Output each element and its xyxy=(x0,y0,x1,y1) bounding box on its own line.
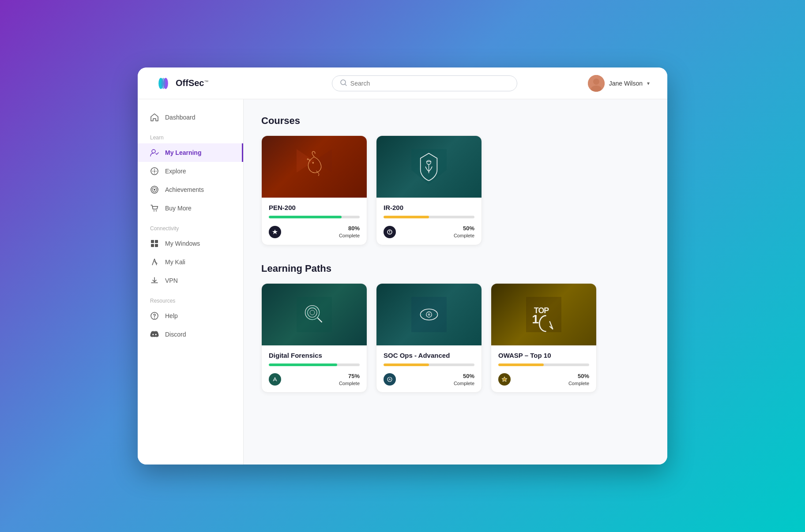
svg-rect-17 xyxy=(155,240,158,243)
course-card-ir200[interactable]: IR-200 50% Complete xyxy=(376,135,482,245)
sidebar-item-buy-more[interactable]: Buy More xyxy=(138,199,243,217)
sidebar-item-explore[interactable]: Explore xyxy=(138,162,243,180)
progress-fill-ir200 xyxy=(384,216,429,218)
cart-icon xyxy=(150,204,159,213)
chevron-down-icon: ▾ xyxy=(647,80,650,86)
sidebar-item-my-kali[interactable]: My Kali xyxy=(138,253,243,271)
learning-path-body-owasp: OWASP – Top 10 50% Complete xyxy=(491,345,596,393)
sidebar-item-my-windows[interactable]: My Windows xyxy=(138,234,243,253)
course-thumbnail-ir200 xyxy=(376,136,481,198)
progress-bar-wrap-ir200 xyxy=(384,216,474,218)
discord-icon xyxy=(150,330,159,339)
card-footer-pen200: 80% Complete xyxy=(269,225,360,240)
learning-path-title-soc: SOC Ops - Advanced xyxy=(384,352,474,359)
sidebar-item-dashboard[interactable]: Dashboard xyxy=(138,108,243,127)
home-icon xyxy=(150,113,159,122)
user-name-label: Jane Wilson xyxy=(609,80,643,87)
courses-section-title: Courses xyxy=(261,115,650,127)
learning-path-badge-soc xyxy=(384,373,396,386)
progress-fill-pen200 xyxy=(269,216,342,218)
windows-icon xyxy=(150,239,159,248)
search-input[interactable] xyxy=(350,80,509,87)
logo-text: OffSec™ xyxy=(176,78,208,88)
learning-path-body-soc: SOC Ops - Advanced 50% Complete xyxy=(376,345,481,393)
learning-path-card-soc[interactable]: SOC Ops - Advanced 50% Complete xyxy=(376,283,482,393)
course-badge-pen200 xyxy=(269,226,281,238)
learning-paths-grid: Digital Forensics 75% Complete xyxy=(261,283,650,393)
learning-path-thumbnail-owasp: TOP 1 xyxy=(491,284,596,345)
progress-label-soc: 50% Complete xyxy=(454,372,474,387)
svg-point-46 xyxy=(389,378,391,380)
svg-rect-16 xyxy=(151,240,154,243)
progress-fill-owasp xyxy=(498,363,544,366)
download-icon xyxy=(150,276,159,285)
svg-point-15 xyxy=(156,210,157,211)
sidebar-section-connectivity: Connectivity xyxy=(138,217,243,234)
svg-point-13 xyxy=(154,189,155,191)
learning-path-title-owasp: OWASP – Top 10 xyxy=(498,352,589,359)
svg-point-24 xyxy=(312,162,314,164)
user-menu[interactable]: Jane Wilson ▾ xyxy=(588,75,650,92)
sidebar-item-explore-label: Explore xyxy=(165,168,186,175)
header: OffSec™ J xyxy=(138,67,667,99)
course-card-body-pen200: PEN-200 80% Complete xyxy=(262,198,367,245)
sidebar-item-achievements-label: Achievements xyxy=(165,186,204,193)
svg-marker-22 xyxy=(297,149,314,172)
svg-point-42 xyxy=(428,313,430,315)
svg-point-6 xyxy=(593,79,599,85)
search-box[interactable] xyxy=(332,75,517,91)
search-icon xyxy=(340,79,347,87)
card-footer-soc: 50% Complete xyxy=(384,372,474,387)
sidebar-item-my-learning-label: My Learning xyxy=(165,149,201,156)
courses-grid: PEN-200 80% Complete xyxy=(261,135,650,245)
sidebar-item-dashboard-label: Dashboard xyxy=(165,114,196,121)
svg-point-14 xyxy=(154,210,154,211)
progress-label-owasp: 50% Complete xyxy=(568,372,589,387)
sidebar-item-my-windows-label: My Windows xyxy=(165,240,200,247)
main-content: Courses xyxy=(244,99,667,465)
sidebar-item-buy-more-label: Buy More xyxy=(165,205,192,212)
learning-path-body-forensics: Digital Forensics 75% Complete xyxy=(262,345,367,393)
card-footer-ir200: 50% Complete xyxy=(384,225,474,240)
sidebar: Dashboard Learn My Learning xyxy=(138,99,244,465)
svg-point-8 xyxy=(152,150,155,153)
svg-line-4 xyxy=(345,84,346,86)
progress-fill-soc xyxy=(384,363,429,366)
compass-icon xyxy=(150,167,159,176)
sidebar-item-help[interactable]: Help xyxy=(138,307,243,325)
svg-point-21 xyxy=(154,318,155,318)
learning-path-badge-forensics xyxy=(269,373,281,386)
progress-bar-wrap-forensics xyxy=(269,363,360,366)
progress-bar-wrap-pen200 xyxy=(269,216,360,218)
progress-bar-wrap-owasp xyxy=(498,363,589,366)
sidebar-item-my-learning[interactable]: My Learning xyxy=(138,143,243,162)
sidebar-section-learn: Learn xyxy=(138,127,243,143)
app-container: OffSec™ J xyxy=(138,67,667,465)
learning-path-card-owasp[interactable]: TOP 1 OWASP – Top 10 xyxy=(491,283,597,393)
offsec-logo-icon xyxy=(155,75,171,91)
sidebar-item-achievements[interactable]: Achievements xyxy=(138,180,243,199)
sidebar-item-discord-label: Discord xyxy=(165,331,186,338)
learning-path-card-forensics[interactable]: Digital Forensics 75% Complete xyxy=(261,283,367,393)
sidebar-item-my-kali-label: My Kali xyxy=(165,259,185,266)
svg-point-2 xyxy=(162,78,166,89)
sidebar-item-vpn[interactable]: VPN xyxy=(138,271,243,290)
learning-path-badge-owasp xyxy=(498,373,511,386)
card-footer-forensics: 75% Complete xyxy=(269,372,360,387)
progress-label-pen200: 80% Complete xyxy=(339,225,360,240)
logo-area: OffSec™ xyxy=(155,75,261,91)
progress-fill-forensics xyxy=(269,363,337,366)
body-wrap: Dashboard Learn My Learning xyxy=(138,99,667,465)
help-icon xyxy=(150,311,159,320)
progress-label-forensics: 75% Complete xyxy=(339,372,360,387)
course-title-pen200: PEN-200 xyxy=(269,204,360,211)
learning-path-title-forensics: Digital Forensics xyxy=(269,352,360,359)
sidebar-section-resources: Resources xyxy=(138,290,243,307)
course-badge-ir200 xyxy=(384,226,396,238)
svg-point-10 xyxy=(154,171,155,172)
course-card-body-ir200: IR-200 50% Complete xyxy=(376,198,481,245)
sidebar-item-discord[interactable]: Discord xyxy=(138,325,243,344)
avatar xyxy=(588,75,605,92)
course-card-pen200[interactable]: PEN-200 80% Complete xyxy=(261,135,367,245)
learning-paths-section-title: Learning Paths xyxy=(261,263,650,274)
